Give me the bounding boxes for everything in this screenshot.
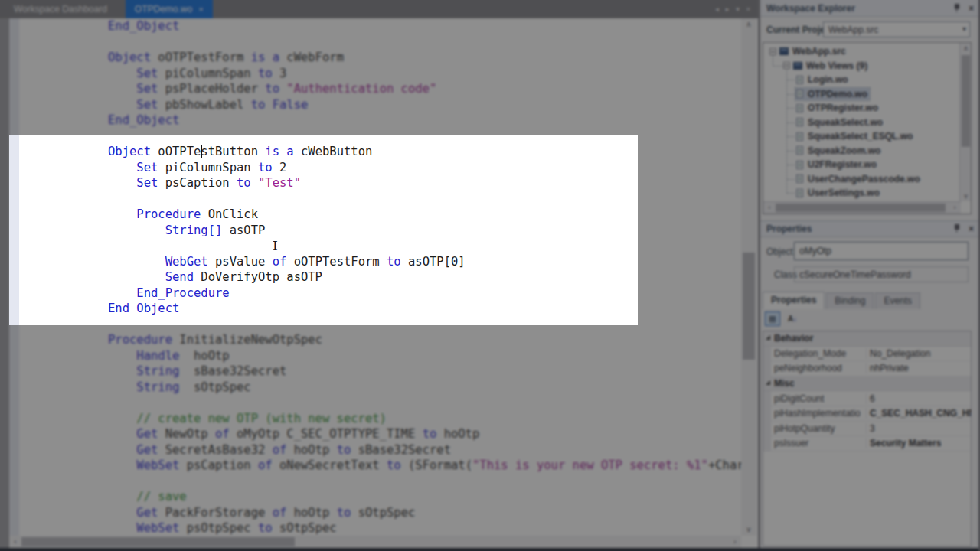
code-line[interactable]: Object oOTPTestButton is a cWebButton xyxy=(108,144,638,160)
code-line[interactable]: End_Procedure xyxy=(108,285,638,302)
code-area[interactable]: Object oOTPTestButton is a cWebButton Se… xyxy=(22,144,638,317)
code-line[interactable]: Send DoVerifyOtp asOTP xyxy=(108,269,638,285)
text-caret xyxy=(201,145,202,158)
highlighted-code-region: Object oOTPTestButton is a cWebButton Se… xyxy=(9,135,638,325)
code-line[interactable]: Set psCaption to "Test" xyxy=(108,175,638,191)
code-line[interactable]: String[] asOTP xyxy=(108,223,638,239)
mouse-ibeam-cursor: I xyxy=(273,240,278,253)
code-line[interactable] xyxy=(108,238,638,254)
dataflex-studio-window: Workspace Dashboard OTPDemo.wo × ◂ ▸ ▾ ×… xyxy=(0,0,980,551)
editor-gutter xyxy=(9,135,19,325)
code-line[interactable] xyxy=(108,191,638,207)
code-line[interactable]: End_Object xyxy=(108,301,638,317)
code-line[interactable]: WebGet psValue of oOTPTestForm to asOTP[… xyxy=(108,254,638,270)
code-line[interactable]: Procedure OnClick xyxy=(108,207,638,223)
code-line[interactable]: Set piColumnSpan to 2 xyxy=(108,160,638,176)
